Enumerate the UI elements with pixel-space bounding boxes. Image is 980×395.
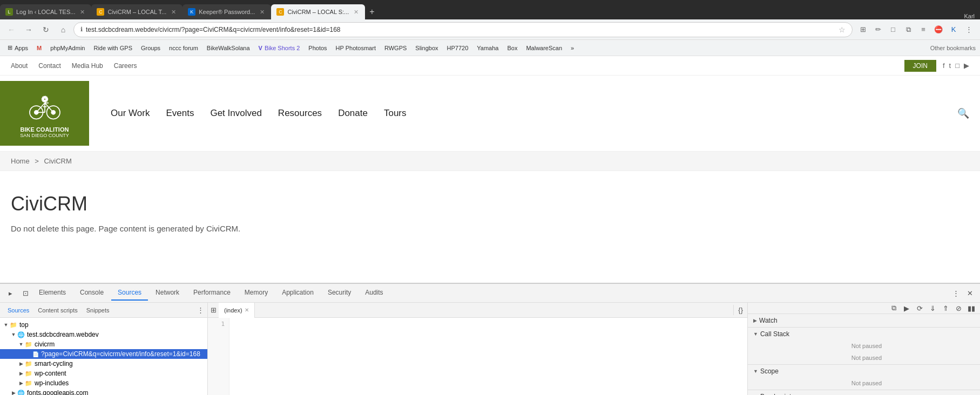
devtools-tab-audits[interactable]: Audits (359, 285, 389, 301)
tab-civicrm1[interactable]: C CiviCRM – LOCAL T... ✕ (91, 4, 183, 19)
tab-login[interactable]: L Log In ‹ LOCAL TES... ✕ (0, 4, 91, 19)
bookmark-phpmyadmin[interactable]: phpMyAdmin (47, 44, 88, 52)
bookmark-ridewithgps[interactable]: Ride with GPS (90, 44, 136, 52)
nav-resources[interactable]: Resources (278, 108, 322, 119)
code-area[interactable] (229, 318, 747, 395)
nav-about[interactable]: About (11, 62, 28, 70)
bookmark-photos[interactable]: Photos (305, 44, 330, 52)
tree-item-civicrm[interactable]: ▼ 📁 civicrm (0, 339, 207, 349)
tab-close-btn[interactable]: ✕ (78, 8, 86, 16)
join-button[interactable]: JOIN (904, 60, 936, 72)
deactivate-breakpoints-icon[interactable]: ⊘ (953, 303, 964, 314)
bookmark-more[interactable]: » (567, 44, 577, 52)
format-button[interactable]: {} (733, 305, 747, 315)
devtools-inspect-icon[interactable]: ▸ (4, 287, 16, 299)
tree-item-googleapis[interactable]: ▶ 🌐 fonts.googleapis.com (0, 388, 207, 395)
breakpoints-section-header[interactable]: ▼ Breakpoints (748, 390, 980, 395)
youtube-icon[interactable]: ▶ (964, 62, 969, 70)
twitter-icon[interactable]: t (949, 62, 951, 70)
bookmark-groups[interactable]: Groups (138, 44, 164, 52)
devtools-tab-application[interactable]: Application (275, 285, 320, 301)
site-logo[interactable]: BIKE COALITION SAN DIEGO COUNTY (0, 81, 89, 146)
bookmark-apps[interactable]: ⊞ Apps (4, 43, 31, 52)
keepass-icon[interactable]: K (947, 23, 961, 37)
sources-subtab-content-scripts[interactable]: Content scripts (33, 305, 82, 316)
watch-section-header[interactable]: ▶ Watch (748, 314, 980, 327)
tab-close-btn[interactable]: ✕ (170, 8, 177, 16)
tree-item-index[interactable]: 📄 ?page=CiviCRM&q=civicrm/event/info&res… (0, 349, 207, 359)
bookmark-hpphotosmart[interactable]: HP Photosmart (333, 44, 379, 52)
call-stack-section-header[interactable]: ▼ Call Stack (748, 328, 980, 340)
bookmark-yamaha[interactable]: Yamaha (474, 44, 502, 52)
scope-section-header[interactable]: ▼ Scope (748, 365, 980, 378)
back-button[interactable]: ← (4, 23, 18, 37)
bookmark-rwgps[interactable]: RWGPS (381, 44, 410, 52)
bookmark-gmail[interactable]: M (33, 44, 45, 52)
edit-icon[interactable]: ✏ (871, 23, 885, 37)
nav-mediahub[interactable]: Media Hub (72, 62, 103, 70)
pause-exception-icon[interactable]: ▮▮ (966, 303, 977, 314)
step-out-icon[interactable]: ⇑ (940, 303, 951, 314)
extensions-icon[interactable]: ⊞ (856, 23, 870, 37)
step-into-icon[interactable]: ⇓ (927, 303, 938, 314)
tab-close-btn[interactable]: ✕ (352, 8, 360, 16)
bookmark-box[interactable]: Box (504, 44, 521, 52)
nav-events[interactable]: Events (166, 108, 194, 119)
nav-careers[interactable]: Careers (114, 62, 137, 70)
tab-keeper[interactable]: K Keeper® Password... ✕ (183, 4, 271, 19)
sources-subtab-more-icon[interactable]: ⋮ (197, 306, 204, 314)
devtools-tab-console[interactable]: Console (73, 285, 110, 301)
bookmark-hp7720[interactable]: HP7720 (444, 44, 472, 52)
code-format-icon[interactable]: ⊞ (208, 305, 219, 316)
other-bookmarks[interactable]: Other bookmarks (930, 45, 976, 51)
nav-tours[interactable]: Tours (384, 108, 407, 119)
tree-item-domain[interactable]: ▼ 🌐 test.sdcbcdream.webdev (0, 330, 207, 339)
window-icon[interactable]: ⧉ (901, 23, 915, 37)
adblock-icon[interactable]: ⛔ (931, 23, 945, 37)
url-bar[interactable]: ℹ test.sdcbcdream.webdev/civicrm/?page=C… (73, 22, 853, 37)
dock-icon[interactable]: ⧉ (888, 303, 899, 314)
devtools-tab-sources[interactable]: Sources (111, 285, 148, 301)
breadcrumb-home[interactable]: Home (11, 157, 30, 165)
devtools-close-icon[interactable]: ✕ (964, 287, 976, 299)
code-tab-index[interactable]: (index) ✕ (219, 303, 255, 318)
bookmark-slingbox[interactable]: Slingbox (412, 44, 441, 52)
step-over-icon[interactable]: ⟳ (914, 303, 925, 314)
search-icon[interactable]: 🔍 (957, 107, 969, 119)
bookmark-nccc[interactable]: nccc forum (166, 44, 201, 52)
instagram-icon[interactable]: □ (955, 62, 959, 70)
code-tab-close-icon[interactable]: ✕ (245, 307, 249, 313)
nav-our-work[interactable]: Our Work (111, 108, 150, 119)
new-tab-button[interactable]: + (369, 7, 374, 17)
more-icon[interactable]: ⋮ (962, 23, 976, 37)
devtools-tab-memory[interactable]: Memory (238, 285, 274, 301)
resume-icon[interactable]: ▶ (901, 303, 912, 314)
bookmark-star-icon[interactable]: ☆ (839, 25, 846, 34)
tab-close-btn[interactable]: ✕ (258, 8, 266, 16)
tree-item-wp-content[interactable]: ▶ 📁 wp-content (0, 369, 207, 378)
bookmark-bikesolana[interactable]: BikeWalkSolana (204, 44, 253, 52)
sources-subtab-sources[interactable]: Sources (3, 305, 33, 316)
facebook-icon[interactable]: f (943, 62, 945, 70)
devtools-tab-elements[interactable]: Elements (32, 285, 72, 301)
bookmark-bikeshorts[interactable]: V Bike Shorts 2 (255, 44, 303, 52)
nav-get-involved[interactable]: Get Involved (210, 108, 261, 119)
settings-icon[interactable]: ≡ (916, 23, 930, 37)
home-button[interactable]: ⌂ (56, 23, 70, 37)
devtools-tab-performance[interactable]: Performance (187, 285, 237, 301)
devtools-tab-security[interactable]: Security (321, 285, 357, 301)
tree-item-top[interactable]: ▼ 📁 top (0, 320, 207, 330)
tree-item-wp-includes[interactable]: ▶ 📁 wp-includes (0, 378, 207, 388)
tree-item-smart-cycling[interactable]: ▶ 📁 smart-cycling (0, 359, 207, 369)
tab-civicrm2[interactable]: C CiviCRM – LOCAL S:... ✕ (271, 4, 365, 19)
devtools-tab-network[interactable]: Network (149, 285, 186, 301)
bookmark-malwarescan[interactable]: MalwareScan (523, 44, 565, 52)
sources-subtab-snippets[interactable]: Snippets (82, 305, 114, 316)
devtools-device-icon[interactable]: ⊡ (19, 287, 31, 299)
refresh-button[interactable]: ↻ (39, 23, 53, 37)
screenshot-icon[interactable]: □ (886, 23, 900, 37)
nav-donate[interactable]: Donate (338, 108, 368, 119)
devtools-more-icon[interactable]: ⋮ (950, 287, 962, 299)
nav-contact[interactable]: Contact (38, 62, 60, 70)
forward-button[interactable]: → (22, 23, 36, 37)
